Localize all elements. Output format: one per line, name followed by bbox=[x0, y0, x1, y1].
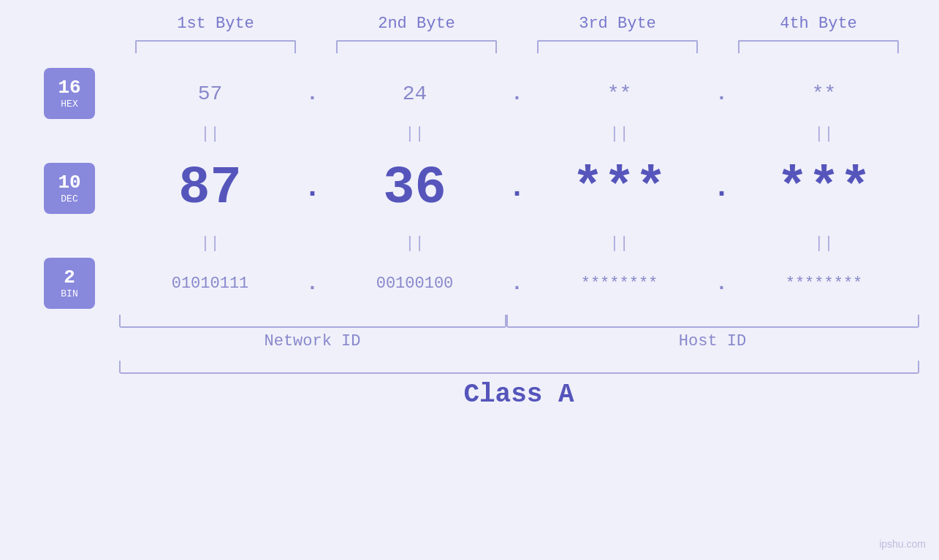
badge-dec-spacer: 10 DEC bbox=[44, 148, 95, 229]
dec-dot1: . bbox=[302, 148, 324, 229]
sep1-b2: || bbox=[324, 125, 506, 143]
byte3-header: 3rd Byte bbox=[526, 15, 709, 33]
sep2-b3: || bbox=[528, 234, 711, 253]
page-container: 1st Byte 2nd Byte 3rd Byte 4th Byte 16 H… bbox=[0, 0, 939, 560]
badge-hex-spacer: 16 HEX bbox=[44, 68, 95, 119]
dec-row: 87 . 36 . *** . *** bbox=[119, 148, 919, 229]
sep2-b1: || bbox=[119, 234, 302, 253]
network-id-bracket bbox=[119, 315, 506, 328]
byte-headers-row: 1st Byte 2nd Byte 3rd Byte 4th Byte bbox=[115, 15, 919, 33]
top-brackets bbox=[115, 40, 919, 53]
hex-dot1: . bbox=[302, 83, 324, 105]
sep1-b1: || bbox=[119, 125, 302, 143]
hex-b1: 57 bbox=[119, 83, 302, 105]
bin-b3: ******** bbox=[528, 275, 711, 293]
bottom-brackets-row bbox=[119, 315, 919, 328]
sep-row-2: || || || || bbox=[119, 229, 919, 258]
bin-b1: 01010111 bbox=[119, 275, 302, 293]
bracket-byte1 bbox=[135, 40, 296, 53]
dec-b4: *** bbox=[733, 148, 916, 229]
class-bracket bbox=[119, 361, 919, 374]
bracket-byte3 bbox=[537, 40, 698, 53]
dec-b3: *** bbox=[528, 148, 711, 229]
dec-badge-label: DEC bbox=[61, 193, 77, 204]
dec-badge: 10 DEC bbox=[44, 163, 95, 214]
sep2-b4: || bbox=[733, 234, 916, 253]
bracket-byte2 bbox=[336, 40, 497, 53]
bottom-labels-row: Network ID Host ID bbox=[119, 332, 919, 350]
badges-column: 16 HEX 10 DEC 2 BIN bbox=[20, 68, 119, 309]
bin-dot1: . bbox=[302, 272, 324, 295]
bottom-labels-area: Network ID Host ID Class A bbox=[119, 315, 919, 410]
host-id-bracket bbox=[506, 315, 919, 328]
bin-badge-label: BIN bbox=[61, 288, 77, 299]
dec-dot3: . bbox=[711, 148, 733, 229]
bin-b4: ******** bbox=[733, 275, 916, 293]
bin-dot3: . bbox=[711, 272, 733, 295]
sep-row-1: || || || || bbox=[119, 119, 919, 148]
dec-b1: 87 bbox=[119, 148, 302, 229]
byte1-header: 1st Byte bbox=[124, 15, 307, 33]
hex-badge-number: 16 bbox=[58, 77, 80, 99]
hex-badge-label: HEX bbox=[61, 99, 77, 110]
dec-b2: 36 bbox=[324, 148, 506, 229]
network-id-label: Network ID bbox=[119, 332, 506, 350]
dec-badge-number: 10 bbox=[58, 172, 80, 193]
host-id-label: Host ID bbox=[506, 332, 919, 350]
hex-b2: 24 bbox=[324, 83, 506, 105]
sep1-b3: || bbox=[528, 125, 711, 143]
bin-row: 01010111 . 00100100 . ******** . *******… bbox=[119, 258, 919, 309]
byte2-header: 2nd Byte bbox=[325, 15, 508, 33]
class-label: Class A bbox=[119, 380, 919, 410]
bin-b2: 00100100 bbox=[324, 275, 506, 293]
hex-dot2: . bbox=[506, 83, 528, 105]
bracket-byte4 bbox=[738, 40, 899, 53]
badge-bin-spacer: 2 BIN bbox=[44, 258, 95, 309]
hex-dot3: . bbox=[711, 83, 733, 105]
data-content: 57 . 24 . ** . ** || || || || 87 bbox=[119, 68, 919, 309]
hex-b3: ** bbox=[528, 83, 711, 105]
sep2-b2: || bbox=[324, 234, 506, 253]
bin-badge-number: 2 bbox=[64, 267, 75, 288]
hex-row: 57 . 24 . ** . ** bbox=[119, 68, 919, 119]
bottom-bracket-section: Network ID Host ID Class A bbox=[20, 315, 919, 410]
byte4-header: 4th Byte bbox=[727, 15, 910, 33]
dec-dot2: . bbox=[506, 148, 528, 229]
bin-dot2: . bbox=[506, 272, 528, 295]
bin-badge: 2 BIN bbox=[44, 258, 95, 309]
main-layout: 16 HEX 10 DEC 2 BIN bbox=[20, 68, 919, 309]
hex-badge: 16 HEX bbox=[44, 68, 95, 119]
hex-b4: ** bbox=[733, 83, 916, 105]
watermark: ipshu.com bbox=[879, 538, 926, 550]
sep1-b4: || bbox=[733, 125, 916, 143]
